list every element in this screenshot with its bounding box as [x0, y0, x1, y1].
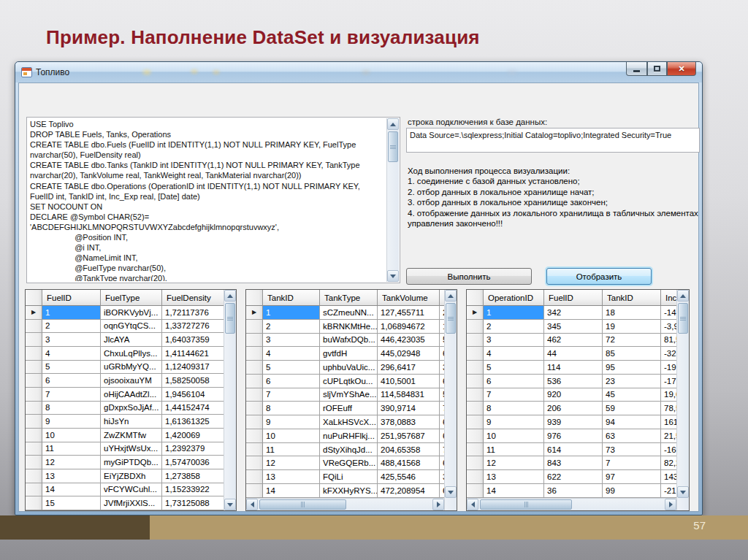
- row-header[interactable]: ▶: [467, 306, 484, 320]
- cell[interactable]: 9: [263, 415, 320, 429]
- cell[interactable]: 7: [263, 388, 320, 402]
- close-button[interactable]: ✕: [667, 62, 696, 76]
- tanks-vertical-scrollbar[interactable]: [444, 290, 457, 510]
- cell[interactable]: -3,9: [661, 320, 676, 334]
- cell[interactable]: 10: [484, 429, 544, 443]
- row-header[interactable]: [246, 402, 263, 415]
- cell[interactable]: -21,: [661, 484, 676, 498]
- row-header[interactable]: [26, 361, 42, 375]
- cell[interactable]: 296,6417: [378, 361, 440, 375]
- row-header[interactable]: [467, 484, 484, 498]
- cell[interactable]: 488,41568: [378, 456, 440, 470]
- cell[interactable]: 3: [42, 333, 101, 347]
- cell[interactable]: 1,12409317: [162, 361, 224, 375]
- table-row[interactable]: 12VReGQERb...488,415686: [246, 456, 444, 470]
- table-row[interactable]: 7sljVmYShAe...114,5848315: [246, 388, 444, 402]
- cell[interactable]: 1,58250058: [162, 374, 224, 388]
- table-row[interactable]: 9XaLkHSVcX...378,08836: [246, 415, 444, 429]
- table-row[interactable]: 82065978,5: [467, 402, 676, 415]
- scrollbar-thumb[interactable]: [388, 131, 398, 162]
- cell[interactable]: -14: [661, 306, 676, 320]
- scrollbar-thumb[interactable]: [225, 303, 235, 334]
- scroll-right-button[interactable]: [432, 499, 444, 510]
- column-header[interactable]: FuelDensity: [162, 290, 224, 306]
- row-header[interactable]: [26, 320, 42, 334]
- cell[interactable]: uphbuVaUic...: [320, 361, 378, 375]
- cell[interactable]: 3: [263, 334, 320, 348]
- cell[interactable]: oHijCAAdtZl...: [101, 388, 162, 402]
- table-row[interactable]: 1362297143: [467, 470, 676, 484]
- table-row[interactable]: ▶1iBORKVybVj...1,72117376: [26, 306, 224, 320]
- scroll-up-button[interactable]: [445, 290, 457, 302]
- table-row[interactable]: 79204519,6: [467, 388, 676, 402]
- cell[interactable]: 206: [544, 402, 603, 415]
- cell[interactable]: 7: [484, 388, 544, 402]
- cell[interactable]: 1: [42, 306, 101, 320]
- operations-vertical-scrollbar[interactable]: [676, 290, 689, 510]
- table-row[interactable]: 12843782,2: [467, 456, 676, 470]
- scroll-down-button[interactable]: [677, 486, 689, 498]
- table-row[interactable]: 4ChxuLqPllys...1,41144621: [26, 347, 224, 361]
- cell[interactable]: 462: [544, 334, 603, 348]
- cell[interactable]: 10: [263, 429, 320, 443]
- row-header[interactable]: [246, 484, 263, 498]
- cell[interactable]: 4: [263, 347, 320, 361]
- cell[interactable]: 1,72117376: [162, 306, 224, 320]
- row-header[interactable]: [246, 429, 263, 443]
- table-row[interactable]: 13EiYjZBDXh1,273858: [26, 469, 224, 483]
- minimize-button[interactable]: [626, 62, 647, 76]
- row-header[interactable]: [26, 469, 42, 483]
- fuels-vertical-scrollbar[interactable]: [224, 290, 236, 510]
- cell[interactable]: 536: [544, 375, 603, 388]
- scroll-up-button[interactable]: [387, 118, 399, 130]
- cell[interactable]: iBORKVybVj...: [101, 306, 162, 320]
- cell[interactable]: 12: [42, 456, 101, 469]
- table-row[interactable]: 11dStyXihqJd...204,653587: [246, 443, 444, 457]
- cell[interactable]: 1: [263, 306, 320, 320]
- cell[interactable]: 1,2392379: [162, 442, 224, 456]
- cell[interactable]: 1,73125088: [162, 496, 224, 510]
- cell[interactable]: 78,5: [661, 402, 676, 415]
- cell[interactable]: 251,957687: [378, 429, 440, 443]
- table-row[interactable]: 44485-32: [467, 347, 676, 361]
- connection-string-textbox[interactable]: Data Source=.\sqlexpress;Initial Catalog…: [406, 128, 700, 153]
- cell[interactable]: 939: [544, 415, 603, 429]
- grid-corner-cell[interactable]: [246, 290, 263, 306]
- scrollbar-thumb[interactable]: [480, 499, 572, 510]
- row-header[interactable]: [26, 429, 42, 442]
- scroll-left-button[interactable]: [246, 499, 258, 510]
- cell[interactable]: 9: [42, 415, 101, 429]
- cell[interactable]: 59: [603, 402, 661, 415]
- row-header[interactable]: [467, 320, 484, 334]
- cell[interactable]: 8: [484, 402, 544, 415]
- row-header[interactable]: [467, 470, 484, 484]
- row-header[interactable]: [246, 456, 263, 470]
- execute-button[interactable]: Выполнить: [406, 268, 532, 285]
- cell[interactable]: 614: [544, 443, 603, 457]
- cell[interactable]: 2: [263, 320, 320, 334]
- cell[interactable]: 4: [42, 347, 101, 361]
- cell[interactable]: 73: [603, 443, 661, 457]
- cell[interactable]: 920: [544, 388, 603, 402]
- cell[interactable]: 622: [544, 470, 603, 484]
- scroll-down-button[interactable]: [224, 499, 236, 510]
- cell[interactable]: JVfMrjiXXlS...: [101, 496, 162, 510]
- column-header[interactable]: TankType: [320, 290, 378, 306]
- row-header[interactable]: [467, 361, 484, 375]
- table-row[interactable]: 653623-17: [467, 375, 676, 388]
- cell[interactable]: 14: [484, 484, 544, 498]
- cell[interactable]: 342: [544, 306, 603, 320]
- cell[interactable]: 1,15233922: [162, 483, 224, 497]
- cell[interactable]: 63: [603, 429, 661, 443]
- cell[interactable]: 23: [603, 375, 661, 388]
- row-header[interactable]: [467, 415, 484, 429]
- table-row[interactable]: 12myGiPTDQb...1,57470036: [26, 456, 224, 469]
- cell[interactable]: vFCYWCuhl...: [101, 483, 162, 497]
- table-row[interactable]: 13FQiLi425,55463: [246, 470, 444, 484]
- row-header[interactable]: [26, 333, 42, 347]
- column-header[interactable]: Inc: [661, 290, 676, 306]
- cell[interactable]: 72: [603, 334, 661, 348]
- column-header[interactable]: FuelType: [101, 290, 162, 306]
- window-titlebar[interactable]: Топливо ✕: [15, 62, 702, 83]
- cell[interactable]: nuPuRHFlkj...: [320, 429, 378, 443]
